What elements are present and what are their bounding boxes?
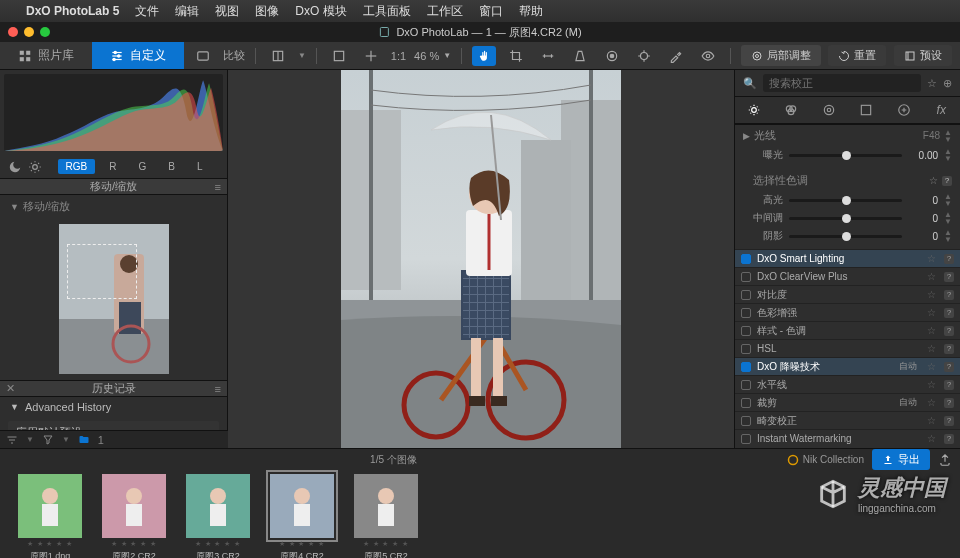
nik-collection-button[interactable]: Nik Collection <box>787 454 864 466</box>
thumb-2[interactable]: ★ ★ ★ ★ ★ 原图3.CR2 <box>186 474 250 558</box>
tone-slider-2[interactable]: 阴影 0 ▲▼ <box>735 227 960 245</box>
close-panel-icon[interactable]: ✕ <box>6 382 15 395</box>
stepper-icon[interactable]: ▲▼ <box>944 229 952 243</box>
favorite-icon[interactable]: ☆ <box>927 433 936 444</box>
rating-stars[interactable]: ★ ★ ★ ★ ★ <box>195 540 242 548</box>
module-row-2[interactable]: 对比度 ☆ ? <box>735 285 960 303</box>
help-icon[interactable]: ? <box>944 416 954 426</box>
help-icon[interactable]: ? <box>944 344 954 354</box>
sort-icon[interactable] <box>6 434 18 446</box>
favorite-icon[interactable]: ☆ <box>927 325 936 336</box>
thumb-4[interactable]: ★ ★ ★ ★ ★ 原图5.CR2 <box>354 474 418 558</box>
module-toggle[interactable] <box>741 290 751 300</box>
reset-button[interactable]: 重置 <box>828 45 886 66</box>
share-icon[interactable] <box>938 453 952 467</box>
favorite-icon[interactable]: ☆ <box>927 343 936 354</box>
menu-help[interactable]: 帮助 <box>519 3 543 20</box>
navigator[interactable] <box>0 218 227 380</box>
export-button[interactable]: 导出 <box>872 449 930 470</box>
histogram[interactable] <box>4 74 223 151</box>
geometry-tab-icon[interactable] <box>854 103 878 117</box>
module-row-8[interactable]: 裁剪 自动 ☆ ? <box>735 393 960 411</box>
help-icon[interactable]: ? <box>944 308 954 318</box>
module-row-0[interactable]: DxO Smart Lighting ☆ ? <box>735 249 960 267</box>
navigator-viewport[interactable] <box>67 244 137 299</box>
module-toggle[interactable] <box>741 416 751 426</box>
mode-customize-tab[interactable]: 自定义 <box>92 42 184 69</box>
module-row-5[interactable]: HSL ☆ ? <box>735 339 960 357</box>
fit-screen-button[interactable] <box>327 46 351 66</box>
favorite-icon[interactable]: ☆ <box>927 253 936 264</box>
menu-tool-panels[interactable]: 工具面板 <box>363 3 411 20</box>
crop-tool[interactable] <box>504 46 528 66</box>
module-toggle[interactable] <box>741 362 751 372</box>
layout-dropdown[interactable] <box>266 46 290 66</box>
close-window-button[interactable] <box>8 27 18 37</box>
tone-slider-0[interactable]: 高光 0 ▲▼ <box>735 191 960 209</box>
favorite-icon[interactable]: ☆ <box>927 379 936 390</box>
help-icon[interactable]: ? <box>944 398 954 408</box>
favorite-icon[interactable]: ☆ <box>927 271 936 282</box>
watermark-tab-icon[interactable] <box>892 103 916 117</box>
collapse-triangle-icon[interactable]: ▼ <box>10 202 19 212</box>
moon-icon[interactable] <box>8 160 22 174</box>
module-row-10[interactable]: Instant Watermarking ☆ ? <box>735 429 960 447</box>
compare-label[interactable]: 比较 <box>223 48 245 63</box>
sun-icon[interactable] <box>28 160 42 174</box>
module-toggle[interactable] <box>741 434 751 444</box>
center-button[interactable] <box>359 46 383 66</box>
rating-stars[interactable]: ★ ★ ★ ★ ★ <box>27 540 74 548</box>
module-row-1[interactable]: DxO ClearView Plus ☆ ? <box>735 267 960 285</box>
stepper-icon[interactable]: ▲▼ <box>944 148 952 162</box>
folder-icon[interactable] <box>78 434 90 446</box>
rating-stars[interactable]: ★ ★ ★ ★ ★ <box>111 540 158 548</box>
favorite-icon[interactable]: ☆ <box>927 289 936 300</box>
perspective-tool[interactable] <box>568 46 592 66</box>
module-toggle[interactable] <box>741 308 751 318</box>
menu-image[interactable]: 图像 <box>255 3 279 20</box>
exposure-slider[interactable]: 曝光 0.00 ▲▼ <box>735 146 960 164</box>
zoom-percent[interactable]: 46 %▼ <box>414 50 451 62</box>
move-zoom-header[interactable]: 移动/缩放 ≡ <box>0 178 227 195</box>
thumb-3[interactable]: ★ ★ ★ ★ ★ 原图4.CR2 <box>270 474 334 558</box>
module-row-3[interactable]: 色彩增强 ☆ ? <box>735 303 960 321</box>
menu-file[interactable]: 文件 <box>135 3 159 20</box>
preview-eye-tool[interactable] <box>696 46 720 66</box>
module-toggle[interactable] <box>741 254 751 264</box>
stepper-icon[interactable]: ▲▼ <box>944 129 952 143</box>
favorite-icon[interactable]: ☆ <box>927 307 936 318</box>
favorite-icon[interactable]: ☆ <box>929 175 938 186</box>
module-row-9[interactable]: 畸变校正 ☆ ? <box>735 411 960 429</box>
search-corrections-input[interactable] <box>763 74 921 92</box>
module-row-7[interactable]: 水平线 ☆ ? <box>735 375 960 393</box>
channel-b[interactable]: B <box>160 159 183 174</box>
module-toggle[interactable] <box>741 344 751 354</box>
thumb-0[interactable]: ★ ★ ★ ★ ★ 原图1.dng <box>18 474 82 558</box>
filter-icon[interactable] <box>42 434 54 446</box>
module-toggle[interactable] <box>741 272 751 282</box>
favorite-icon[interactable]: ☆ <box>927 415 936 426</box>
stepper-icon[interactable]: ▲▼ <box>944 193 952 207</box>
channel-rgb[interactable]: RGB <box>58 159 96 174</box>
menu-window[interactable]: 窗口 <box>479 3 503 20</box>
mode-library-tab[interactable]: 照片库 <box>0 42 92 69</box>
favorite-icon[interactable]: ☆ <box>927 397 936 408</box>
module-row-6[interactable]: DxO 降噪技术 自动 ☆ ? <box>735 357 960 375</box>
wb-picker-tool[interactable] <box>664 46 688 66</box>
module-toggle[interactable] <box>741 398 751 408</box>
menu-workspace[interactable]: 工作区 <box>427 3 463 20</box>
menu-dxo-modules[interactable]: DxO 模块 <box>295 3 346 20</box>
help-icon[interactable]: ? <box>944 362 954 372</box>
thumb-1[interactable]: ★ ★ ★ ★ ★ 原图2.CR2 <box>102 474 166 558</box>
module-toggle[interactable] <box>741 326 751 336</box>
channel-g[interactable]: G <box>131 159 155 174</box>
tone-slider-1[interactable]: 中间调 0 ▲▼ <box>735 209 960 227</box>
preset-button[interactable]: 预设 <box>894 45 952 66</box>
help-icon[interactable]: ? <box>944 254 954 264</box>
help-icon[interactable]: ? <box>942 176 952 186</box>
rating-stars[interactable]: ★ ★ ★ ★ ★ <box>363 540 410 548</box>
detail-tab-icon[interactable] <box>817 103 841 117</box>
image-viewer[interactable] <box>228 70 734 448</box>
panel-options-icon[interactable]: ⊕ <box>943 77 952 90</box>
minimize-window-button[interactable] <box>24 27 34 37</box>
